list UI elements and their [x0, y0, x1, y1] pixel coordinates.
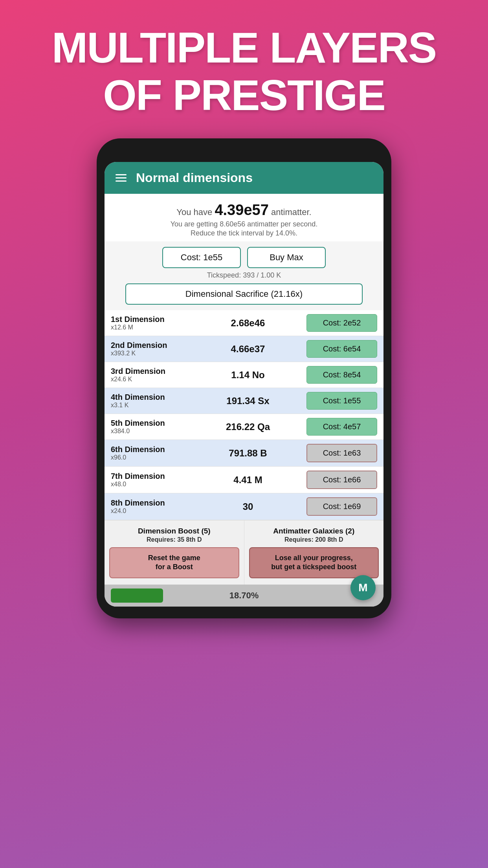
phone-notch [220, 150, 268, 158]
dim-label-4: 4th Dimension x3.1 K [111, 393, 189, 409]
headline-line2: OF PRESTIGE [103, 71, 385, 119]
prestige-galaxies-button[interactable]: Lose all your progress,but get a tickspe… [249, 547, 379, 578]
cost-button[interactable]: Cost: 1e55 [162, 247, 241, 268]
antimatter-prefix: You have [176, 207, 212, 217]
prestige-boost-col: Dimension Boost (5) Requires: 35 8th D R… [105, 520, 244, 585]
prestige-boost-title: Dimension Boost (5) [109, 527, 239, 535]
dimension-row-6: 6th Dimension x96.0 791.88 B Cost: 1e63 [105, 440, 383, 467]
dim-cost-btn-6[interactable]: Cost: 1e63 [306, 444, 377, 462]
reduce-line: Reduce the tick interval by 14.0%. [112, 229, 376, 237]
dim-cost-btn-5[interactable]: Cost: 4e57 [306, 418, 377, 436]
dimension-row-1: 1st Dimension x12.6 M 2.68e46 Cost: 2e52 [105, 310, 383, 336]
app-title: Normal dimensions [136, 171, 253, 185]
dim-label-6: 6th Dimension x96.0 [111, 445, 189, 461]
dim-label-2: 2nd Dimension x393.2 K [111, 341, 189, 357]
progress-text: 18.70% [229, 590, 259, 601]
progress-fill [111, 588, 163, 603]
dim-cost-btn-4[interactable]: Cost: 1e55 [306, 392, 377, 410]
dimension-row-4: 4th Dimension x3.1 K 191.34 Sx Cost: 1e5… [105, 388, 383, 414]
phone-outer: Normal dimensions You have 4.39e57 antim… [97, 138, 391, 618]
dim-label-3: 3rd Dimension x24.6 K [111, 367, 189, 383]
phone-screen: Normal dimensions You have 4.39e57 antim… [105, 162, 383, 607]
dimension-row-5: 5th Dimension x384.0 216.22 Qa Cost: 4e5… [105, 414, 383, 440]
stats-section: You have 4.39e57 antimatter. You are get… [105, 194, 383, 241]
dimension-row-8: 8th Dimension x24.0 30 Cost: 1e69 [105, 493, 383, 520]
dim-cost-btn-2[interactable]: Cost: 6e54 [306, 340, 377, 358]
prestige-boost-button[interactable]: Reset the gamefor a Boost [109, 547, 239, 578]
dim-cost-btn-8[interactable]: Cost: 1e69 [306, 497, 377, 516]
hamburger-icon[interactable] [116, 174, 127, 182]
dim-label-7: 7th Dimension x48.0 [111, 472, 189, 488]
prestige-galaxies-title: Antimatter Galaxies (2) [249, 527, 379, 535]
antimatter-value: 4.39e57 [215, 202, 268, 218]
dim-cost-btn-3[interactable]: Cost: 8e54 [306, 366, 377, 384]
dim-label-5: 5th Dimension x384.0 [111, 419, 189, 435]
dimension-row-3: 3rd Dimension x24.6 K 1.14 No Cost: 8e54 [105, 362, 383, 388]
dimension-row-7: 7th Dimension x48.0 4.41 M Cost: 1e66 [105, 467, 383, 493]
headline-line1: MULTIPLE LAYERS [52, 23, 436, 72]
tickspeed-line: Tickspeed: 393 / 1.00 K [105, 271, 383, 280]
cost-buttons: Cost: 1e55 Buy Max [112, 247, 376, 268]
prestige-section: Dimension Boost (5) Requires: 35 8th D R… [105, 520, 383, 585]
app-header: Normal dimensions [105, 162, 383, 194]
dim-label-1: 1st Dimension x12.6 M [111, 315, 189, 331]
prestige-galaxies-req: Requires: 200 8th D [249, 536, 379, 543]
fab-label: M [358, 581, 367, 594]
dim-cost-btn-7[interactable]: Cost: 1e66 [306, 471, 377, 489]
dimension-row-2: 2nd Dimension x393.2 K 4.66e37 Cost: 6e5… [105, 336, 383, 362]
fab-button[interactable]: M [350, 575, 376, 600]
antimatter-suffix: antimatter. [271, 207, 312, 217]
headline: MULTIPLE LAYERS OF PRESTIGE [28, 0, 460, 138]
buy-max-button[interactable]: Buy Max [247, 247, 326, 268]
dimensions-table: 1st Dimension x12.6 M 2.68e46 Cost: 2e52… [105, 310, 383, 520]
dim-label-8: 8th Dimension x24.0 [111, 498, 189, 515]
antimatter-line: You have 4.39e57 antimatter. [112, 202, 376, 219]
prestige-boost-req: Requires: 35 8th D [109, 536, 239, 543]
sacrifice-button[interactable]: Dimensional Sacrifice (21.16x) [125, 283, 363, 305]
progress-bar-section: 18.70% M [105, 585, 383, 607]
dim-cost-btn-1[interactable]: Cost: 2e52 [306, 314, 377, 332]
per-second-line: You are getting 8.60e56 antimatter per s… [112, 220, 376, 228]
